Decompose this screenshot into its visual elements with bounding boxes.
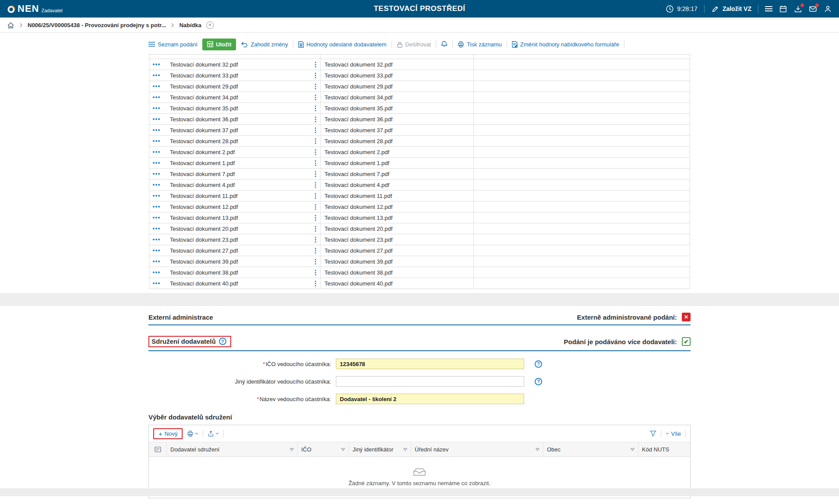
table-row[interactable]: Testovací dokument 13.pdf Testovací doku… bbox=[149, 212, 690, 223]
row-menu-icon[interactable] bbox=[314, 170, 317, 178]
table-row[interactable]: Testovací dokument 37.pdf Testovací doku… bbox=[149, 125, 690, 136]
row-menu-icon[interactable] bbox=[314, 279, 317, 288]
row-menu-icon[interactable] bbox=[314, 236, 317, 244]
sdruzeni-checkbox-true[interactable]: ✔ bbox=[682, 337, 691, 346]
row-detail-icon[interactable] bbox=[153, 228, 160, 229]
row-detail-icon[interactable] bbox=[153, 239, 160, 240]
row-menu-icon[interactable] bbox=[314, 225, 317, 233]
save-button[interactable]: Uložit bbox=[202, 39, 236, 50]
row-detail-icon[interactable] bbox=[153, 162, 160, 164]
table-row[interactable]: Testovací dokument 34.pdf Testovací doku… bbox=[149, 92, 690, 103]
view-all-button[interactable]: Vše bbox=[666, 430, 681, 437]
new-button[interactable]: + Nový bbox=[153, 428, 183, 439]
export-button[interactable] bbox=[208, 430, 219, 437]
filter-dropdown-icon[interactable] bbox=[536, 448, 539, 451]
row-detail-icon[interactable] bbox=[153, 217, 160, 219]
row-detail-icon[interactable] bbox=[153, 63, 160, 65]
row-menu-icon[interactable] bbox=[314, 115, 317, 123]
home-icon[interactable] bbox=[7, 21, 14, 29]
row-detail-icon[interactable] bbox=[153, 74, 160, 76]
row-detail-icon[interactable] bbox=[153, 140, 160, 142]
nazev-field[interactable] bbox=[336, 394, 524, 404]
create-vz-button[interactable]: Založit VZ bbox=[711, 5, 751, 13]
help-icon[interactable]: ? bbox=[219, 338, 226, 345]
column-header-jiny-identifikator[interactable]: Jiný identifikátor bbox=[349, 442, 411, 456]
select-column-header[interactable] bbox=[149, 442, 166, 456]
row-menu-icon[interactable] bbox=[314, 71, 317, 80]
row-menu-icon[interactable] bbox=[314, 137, 317, 145]
row-detail-icon[interactable] bbox=[153, 271, 160, 273]
table-row[interactable]: Testovací dokument 7.pdf Testovací dokum… bbox=[149, 169, 690, 180]
row-detail-icon[interactable] bbox=[153, 250, 160, 251]
row-detail-icon[interactable] bbox=[153, 118, 160, 120]
filter-dropdown-icon[interactable] bbox=[403, 448, 407, 451]
table-row[interactable]: Testovací dokument 40.pdf Testovací doku… bbox=[149, 278, 690, 289]
row-detail-icon[interactable] bbox=[153, 151, 160, 153]
row-detail-icon[interactable] bbox=[153, 107, 160, 109]
table-row[interactable]: Testovací dokument 35.pdf Testovací doku… bbox=[149, 103, 690, 114]
row-menu-icon[interactable] bbox=[314, 192, 317, 200]
filter-dropdown-icon[interactable] bbox=[290, 448, 294, 451]
row-detail-icon[interactable] bbox=[153, 85, 160, 87]
row-menu-icon[interactable] bbox=[314, 159, 317, 167]
row-menu-icon[interactable] bbox=[314, 93, 317, 102]
table-row[interactable]: Testovací dokument 29.pdf Testovací doku… bbox=[149, 81, 690, 92]
row-menu-icon[interactable] bbox=[314, 148, 317, 156]
seznam-podani-button[interactable]: Seznam podání bbox=[148, 41, 197, 48]
discard-changes-button[interactable]: Zahodit změny bbox=[241, 41, 288, 48]
row-detail-icon[interactable] bbox=[153, 282, 160, 284]
breadcrumb-contract[interactable]: N006/25/V00005438 - Provozování prodejny… bbox=[28, 22, 166, 28]
table-row[interactable]: Testovací dokument 1.pdf Testovací dokum… bbox=[149, 158, 690, 169]
nen-logo[interactable]: NEN Zadavatel bbox=[7, 4, 63, 14]
help-icon[interactable]: ? bbox=[535, 360, 542, 368]
row-detail-icon[interactable] bbox=[153, 206, 160, 208]
messages-button[interactable] bbox=[809, 5, 817, 13]
column-header-dodavatel[interactable]: Dodavatel sdružení bbox=[166, 442, 297, 456]
supplier-values-button[interactable]: Hodnoty odeslané dodavatelem bbox=[298, 41, 387, 48]
row-menu-icon[interactable] bbox=[314, 203, 317, 211]
row-menu-icon[interactable] bbox=[314, 247, 317, 255]
filter-dropdown-icon[interactable] bbox=[631, 448, 635, 451]
table-row[interactable]: Testovací dokument 38.pdf Testovací doku… bbox=[149, 267, 690, 278]
row-menu-icon[interactable] bbox=[314, 257, 317, 266]
table-row[interactable]: Testovací dokument 36.pdf Testovací doku… bbox=[149, 114, 690, 125]
user-icon[interactable] bbox=[824, 5, 832, 13]
row-detail-icon[interactable] bbox=[153, 261, 160, 262]
row-menu-icon[interactable] bbox=[314, 268, 317, 277]
jiny-id-field[interactable] bbox=[336, 376, 524, 387]
column-header-uredni-nazev[interactable]: Úřední název bbox=[411, 442, 543, 456]
filter-dropdown-icon[interactable] bbox=[341, 448, 345, 451]
downloads-button[interactable] bbox=[794, 5, 802, 13]
calendar-icon[interactable] bbox=[779, 5, 787, 13]
row-menu-icon[interactable] bbox=[314, 60, 317, 69]
table-row[interactable]: Testovací dokument 33.pdf Testovací doku… bbox=[149, 70, 690, 81]
row-menu-icon[interactable] bbox=[314, 126, 317, 134]
ico-field[interactable] bbox=[336, 359, 524, 369]
print-grid-button[interactable] bbox=[187, 430, 198, 437]
breadcrumb-current[interactable]: Nabídka bbox=[179, 22, 201, 28]
table-row[interactable]: Testovací dokument 2.pdf Testovací dokum… bbox=[149, 147, 690, 158]
table-row[interactable]: Testovací dokument 12.pdf Testovací doku… bbox=[149, 201, 690, 212]
column-header-ico[interactable]: IČO bbox=[297, 442, 349, 456]
row-detail-icon[interactable] bbox=[153, 173, 160, 175]
extern-admin-checkbox-false[interactable]: ✕ bbox=[682, 313, 691, 321]
help-icon[interactable]: ? bbox=[535, 378, 542, 385]
row-menu-icon[interactable] bbox=[314, 104, 317, 113]
print-record-button[interactable]: Tisk záznamu bbox=[458, 41, 502, 48]
menu-icon[interactable] bbox=[765, 6, 772, 11]
row-detail-icon[interactable] bbox=[153, 96, 160, 98]
row-menu-icon[interactable] bbox=[314, 82, 317, 91]
row-menu-icon[interactable] bbox=[314, 214, 317, 222]
change-form-values-button[interactable]: Změnit hodnoty nabídkového formuláře bbox=[512, 41, 619, 48]
filter-icon[interactable] bbox=[650, 430, 656, 437]
row-menu-icon[interactable] bbox=[314, 181, 317, 189]
column-header-kod-nuts[interactable]: Kód NUTS bbox=[638, 442, 690, 456]
table-row[interactable]: Testovací dokument 27.pdf Testovací doku… bbox=[149, 245, 690, 256]
watchdog-button[interactable] bbox=[441, 41, 448, 48]
table-row[interactable]: Testovací dokument 39.pdf Testovací doku… bbox=[149, 256, 690, 267]
column-header-obec[interactable]: Obec bbox=[543, 442, 638, 456]
table-row[interactable]: Testovací dokument 11.pdf Testovací doku… bbox=[149, 190, 690, 201]
table-row[interactable]: Testovací dokument 32.pdf Testovací doku… bbox=[149, 59, 690, 70]
table-row[interactable]: Testovací dokument 23.pdf Testovací doku… bbox=[149, 234, 690, 245]
table-row[interactable]: Testovací dokument 20.pdf Testovací doku… bbox=[149, 223, 690, 234]
